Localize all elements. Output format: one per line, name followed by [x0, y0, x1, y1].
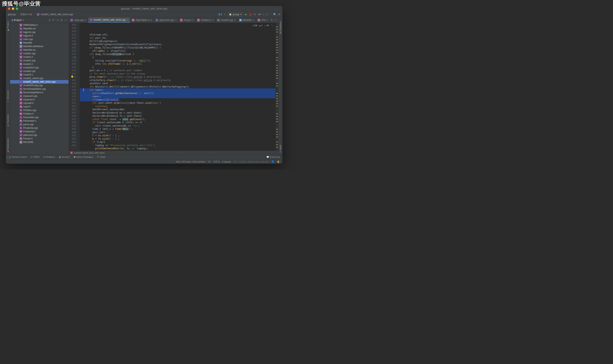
tree-item[interactable]: cPerplexity.cpp — [10, 126, 69, 130]
tree-item[interactable]: MMakefile — [10, 41, 69, 45]
code-line[interactable]: SentNr=sent.sentenceNo; — [80, 108, 276, 111]
build-icon[interactable]: ⤵ — [224, 13, 225, 16]
indent-setting[interactable]: 4 spaces — [222, 160, 231, 163]
breadcrumb[interactable]: giza-pp 〉 GIZA++-v2 〉 c model3_viterbi_w… — [8, 13, 73, 16]
warning-marker[interactable] — [276, 129, 278, 130]
tool-event-log[interactable]: 💬 Event Log — [266, 156, 280, 158]
warning-marker[interactable] — [276, 75, 278, 76]
code-line[interactable]: HillClimbingSteps=0; — [80, 40, 276, 43]
tool-window-database[interactable]: 🗄Database — [279, 21, 282, 34]
code-line[interactable]: while(sHandler1.getNextSentence( &: sent… — [80, 92, 276, 95]
profile-button[interactable]: ◔▾ — [258, 13, 261, 16]
warning-marker[interactable] — [276, 60, 278, 61]
code-line[interactable]: pair_no++ ; — [80, 131, 276, 134]
close-icon[interactable]: × — [266, 19, 268, 22]
warning-marker[interactable] — [276, 119, 278, 119]
code-line[interactable]: if(num==2){break;} — [80, 98, 276, 102]
editor-tab[interactable]: calignment.cpp× — [154, 17, 178, 23]
warning-marker[interactable] — [276, 42, 278, 43]
tree-item[interactable]: cmodel1.cpp — [10, 52, 69, 55]
debug-button[interactable]: 🐞 — [249, 13, 252, 16]
editor-tab[interactable]: hATables.h× — [195, 17, 215, 23]
tree-item[interactable]: cParameter.cpp — [10, 116, 69, 119]
code-line[interactable]: printSentencePair(es, fs, &: logmsg); — [80, 147, 276, 150]
caret-position[interactable]: 445:1 (94 chars, 3 line breaks) — [176, 160, 205, 163]
code-line[interactable]: string x=alignfile+string( s: "NBEST"); — [80, 59, 276, 63]
line-gutter[interactable]: 428429430431432433434⊟435436437438⊟43944… — [69, 23, 80, 151]
code-line[interactable]: l = es.size() - 1 ; — [80, 134, 276, 137]
code-line[interactable]: for (i = 0 ; i <= l ; i++) — [80, 150, 276, 151]
user-icon[interactable]: 👤▾ — [218, 13, 222, 16]
warning-marker[interactable] — [276, 114, 278, 114]
warning-marker[interactable] — [276, 116, 278, 117]
warning-marker[interactable] — [276, 131, 278, 132]
warning-marker[interactable] — [276, 103, 278, 104]
editor-tab[interactable]: MMakefile× — [237, 17, 256, 23]
tree-item[interactable]: ·README — [10, 140, 69, 144]
lock-icon[interactable]: 🔒 — [277, 160, 280, 163]
tree-item[interactable]: cparse.cpp — [10, 123, 69, 126]
editor-tab[interactable]: hArray.h× — [178, 17, 195, 23]
code-line[interactable]: Vector<WordIndex>& fs = sent.fSent; — [80, 114, 276, 118]
tree-item[interactable]: hmodel1.h — [10, 55, 69, 59]
warning-marker[interactable] — [276, 39, 278, 40]
tree-item[interactable]: hmyassert.h — [10, 98, 69, 101]
warning-marker[interactable] — [276, 98, 278, 99]
warning-marker[interactable] — [276, 68, 278, 68]
tool-window-favorites[interactable]: ★Favorites — [7, 114, 9, 127]
code-line[interactable]: NumberOfAlignmentsInSophisticatedCountCo… — [80, 43, 276, 46]
code-line[interactable]: pair_no = 0 ; // sentence pair number — [80, 69, 276, 72]
tool-window-toggle[interactable] — [7, 156, 10, 159]
code-line[interactable]: of3= new ofstream( s: x.c_str()); — [80, 62, 276, 66]
code-area[interactable]: ⚠138 ▲1 ✔43 ⌃⌄ ofstream of2; int pair_no… — [80, 23, 276, 151]
close-icon[interactable]: × — [175, 19, 177, 22]
code-line[interactable]: Vector<WordIndex>& es = sent.eSent; — [80, 111, 276, 115]
chevron-down-icon[interactable]: ▾ — [271, 19, 273, 22]
intention-bulb-icon[interactable]: 💡 — [71, 75, 74, 79]
code-line[interactable]: m = fs.size() - 1 ; — [80, 137, 276, 141]
editor-breadcrumb[interactable]: f model3::viterbi_loop_with_tricks — [69, 151, 278, 155]
code-line[interactable]: } — [80, 66, 276, 69]
code-line[interactable]: // for each sentence pair in the corpus — [80, 72, 276, 76]
editor-tab[interactable]: hATa× — [256, 17, 270, 23]
warning-marker[interactable] — [276, 147, 278, 147]
warning-marker[interactable] — [276, 101, 278, 101]
warning-marker[interactable] — [276, 50, 278, 50]
code-line[interactable]: of2.open( s: alignfile); — [80, 49, 276, 53]
line-separator[interactable]: LF — [208, 160, 210, 163]
inspection-profile-icon[interactable]: 👤 — [271, 160, 274, 163]
fold-icon[interactable]: ⊟ — [74, 131, 75, 134]
warning-marker[interactable] — [276, 142, 278, 142]
tree-item[interactable]: cMakefile.src — [10, 27, 69, 30]
warning-marker[interactable] — [276, 70, 278, 71]
tool-build[interactable]: 🔨 Build — [97, 156, 105, 158]
hide-icon[interactable]: — — [65, 19, 67, 22]
tree-item[interactable]: hHMMTables.h — [10, 23, 69, 27]
code-line[interactable]: num++; — [80, 95, 276, 98]
fold-icon[interactable]: ⊟ — [74, 56, 75, 59]
warning-marker[interactable] — [276, 65, 278, 66]
editor-tab[interactable]: hAlignTables.h× — [130, 17, 154, 23]
search-icon[interactable]: 🔍 — [273, 13, 276, 16]
warning-marker[interactable] — [276, 29, 278, 30]
tree-item[interactable]: hlogprob.h — [10, 34, 69, 38]
editor-content[interactable]: 428429430431432433434⊟435436437438⊟43944… — [69, 23, 278, 151]
locate-icon[interactable]: ◎ — [49, 19, 51, 22]
warning-marker[interactable] — [276, 27, 278, 27]
warning-marker[interactable] — [276, 83, 278, 84]
code-line[interactable]: cerr <<sent.sentenceNo << '\n'; — [80, 124, 276, 128]
close-icon[interactable]: × — [151, 19, 152, 22]
warning-marker[interactable] — [276, 45, 278, 45]
stop-button[interactable]: ■ — [266, 13, 268, 16]
tool-window-structure[interactable]: ⬚Structure — [7, 90, 9, 103]
warning-marker[interactable] — [276, 134, 278, 135]
close-icon[interactable]: × — [85, 19, 86, 22]
code-line[interactable]: sentPair sent ; — [80, 82, 276, 85]
run-config-selector[interactable]: ▣ gizapp ▾ — [227, 13, 243, 16]
tree-item[interactable]: hMoveSwapMatrix.h — [10, 91, 69, 94]
code-line[interactable]: int pair_no; — [80, 36, 276, 40]
breadcrumb-function[interactable]: model3::viterbi_loop_with_tricks — [74, 152, 105, 154]
tree-item[interactable]: hParameter.h — [10, 119, 69, 123]
collapse-all-icon[interactable]: ⇲ — [56, 19, 58, 22]
code-line[interactable]: time_t sent_s = time(NULL) ; — [80, 127, 276, 131]
